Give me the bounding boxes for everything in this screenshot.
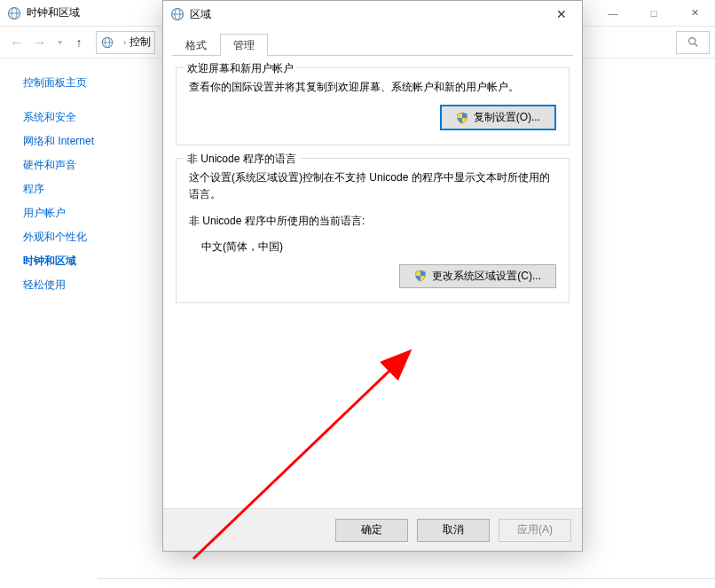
sidebar: 控制面板主页 系统和安全 网络和 Internet 硬件和声音 程序 用户帐户 … (0, 59, 160, 583)
sidebar-item-clock-region[interactable]: 时钟和区域 (23, 249, 160, 273)
forward-button[interactable]: → (28, 31, 51, 54)
sidebar-item-programs[interactable]: 程序 (23, 177, 160, 201)
copy-settings-button-label: 复制设置(O)... (474, 110, 540, 125)
group-non-unicode-language: 非 Unicode 程序的语言 这个设置(系统区域设置)控制在不支持 Unico… (176, 158, 570, 303)
maximize-button[interactable]: □ (633, 0, 674, 27)
sidebar-item-network-internet[interactable]: 网络和 Internet (23, 129, 160, 153)
group-description: 这个设置(系统区域设置)控制在不支持 Unicode 的程序中显示文本时所使用的… (189, 169, 556, 203)
change-system-locale-button-label: 更改系统区域设置(C)... (432, 269, 541, 284)
apply-button[interactable]: 应用(A) (499, 519, 571, 542)
sidebar-item-system-security[interactable]: 系统和安全 (23, 106, 160, 129)
globe-icon (170, 7, 185, 21)
tab-administrative[interactable]: 管理 (220, 34, 268, 56)
dialog-tabstrip: 格式 管理 (172, 33, 573, 56)
control-panel-home-link[interactable]: 控制面板主页 (23, 71, 160, 95)
up-button[interactable]: ↑ (67, 31, 90, 54)
dialog-body: 欢迎屏幕和新用户帐户 查看你的国际设置并将其复制到欢迎屏幕、系统帐户和新的用户帐… (172, 55, 573, 508)
chevron-right-icon: › (123, 37, 126, 47)
current-language-label: 非 Unicode 程序中所使用的当前语言: (189, 213, 556, 230)
close-button[interactable]: ✕ (674, 0, 715, 27)
minimize-button[interactable]: — (593, 0, 633, 27)
globe-icon (100, 35, 114, 50)
svg-line-7 (695, 43, 697, 46)
dialog-footer: 确定 取消 应用(A) (163, 508, 582, 551)
dialog-close-button[interactable]: ✕ (541, 1, 582, 27)
ok-button[interactable]: 确定 (335, 519, 408, 542)
svg-point-6 (688, 38, 695, 44)
globe-icon (7, 6, 21, 20)
address-bar[interactable]: › 控制 (96, 31, 155, 54)
history-dropdown-icon[interactable]: ▾ (51, 31, 67, 54)
back-button[interactable]: ← (5, 31, 28, 54)
group-title: 欢迎屏幕和新用户帐户 (184, 61, 297, 76)
change-system-locale-button[interactable]: 更改系统区域设置(C)... (399, 264, 556, 288)
window-controls: — □ ✕ (593, 0, 715, 27)
dialog-titlebar[interactable]: 区域 ✕ (163, 1, 582, 27)
dialog-title: 区域 (190, 7, 211, 22)
shield-icon (456, 112, 468, 124)
copy-settings-button[interactable]: 复制设置(O)... (440, 105, 556, 130)
shield-icon (414, 270, 427, 282)
sidebar-item-user-accounts[interactable]: 用户帐户 (23, 201, 160, 225)
search-icon (688, 36, 699, 48)
group-title: 非 Unicode 程序的语言 (184, 152, 300, 167)
sidebar-item-appearance[interactable]: 外观和个性化 (23, 225, 160, 249)
group-welcome-new-user: 欢迎屏幕和新用户帐户 查看你的国际设置并将其复制到欢迎屏幕、系统帐户和新的用户帐… (176, 67, 570, 145)
group-description: 查看你的国际设置并将其复制到欢迎屏幕、系统帐户和新的用户帐户。 (189, 79, 556, 96)
region-dialog: 区域 ✕ 格式 管理 欢迎屏幕和新用户帐户 查看你的国际设置并将其复制到欢迎屏幕… (162, 0, 583, 552)
breadcrumb-item[interactable]: 控制 (130, 35, 151, 50)
current-language-value: 中文(简体，中国) (201, 239, 556, 255)
parent-footer-divider (98, 578, 715, 588)
sidebar-item-ease-of-access[interactable]: 轻松使用 (23, 273, 160, 297)
sidebar-item-hardware-sound[interactable]: 硬件和声音 (23, 153, 160, 177)
cancel-button[interactable]: 取消 (417, 519, 490, 542)
parent-window-title: 时钟和区域 (27, 5, 80, 20)
search-button[interactable] (676, 31, 710, 54)
tab-formats[interactable]: 格式 (172, 34, 220, 56)
